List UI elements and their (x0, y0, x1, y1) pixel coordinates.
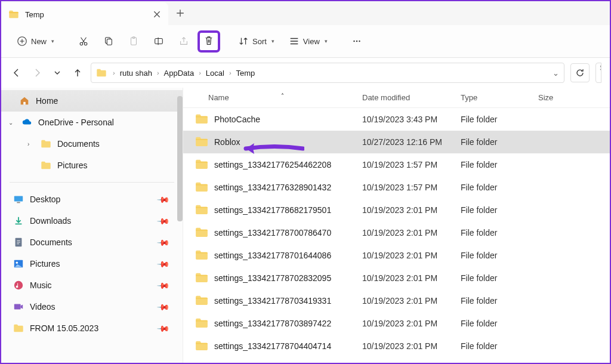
sidebar-item-onedrive[interactable]: ⌄ OneDrive - Personal (1, 112, 183, 133)
file-row[interactable]: settings_13342177870440471410/19/2023 2:… (183, 335, 610, 357)
folder-icon (195, 249, 208, 262)
file-type: File folder (455, 137, 532, 147)
back-button[interactable] (10, 66, 24, 80)
file-name: settings_133421778700786470 (214, 228, 331, 237)
folder-icon (195, 136, 208, 149)
pin-icon: 📌 (156, 300, 170, 313)
video-icon (13, 301, 24, 312)
music-icon (13, 280, 24, 291)
folder-icon (195, 181, 208, 194)
more-button[interactable] (345, 30, 368, 52)
up-button[interactable] (70, 66, 85, 80)
sidebar-item-videos[interactable]: Videos 📌 (1, 296, 183, 317)
breadcrumb-item[interactable]: rutu shah (118, 69, 155, 78)
file-row[interactable]: Roblox10/27/2023 12:16 PMFile folder (183, 131, 610, 153)
cut-button[interactable] (72, 30, 95, 52)
rename-button[interactable] (147, 30, 170, 52)
recent-button[interactable] (50, 66, 64, 80)
paste-button[interactable] (122, 30, 145, 52)
sidebar-item-from[interactable]: FROM 15.05.2023 📌 (1, 317, 183, 339)
tab-title: Temp (25, 10, 147, 19)
chevron-right-icon: › (198, 69, 202, 76)
refresh-button[interactable] (570, 63, 590, 82)
chevron-down-icon: ▾ (51, 38, 54, 44)
pin-icon: 📌 (156, 257, 170, 270)
sort-icon (238, 36, 249, 47)
breadcrumb-item[interactable]: Local (203, 69, 227, 78)
address-bar: › rutu shah › AppData › Local › Temp ⌄ S… (1, 58, 610, 88)
column-header-size[interactable]: Size (532, 93, 580, 102)
breadcrumb-item[interactable]: AppData (162, 69, 197, 78)
share-button[interactable] (172, 30, 195, 52)
file-row[interactable]: settings_13342177870164408610/19/2023 2:… (183, 244, 610, 267)
sidebar-item-label: Documents (30, 237, 72, 247)
svg-rect-7 (155, 39, 163, 44)
file-name: Roblox (214, 137, 240, 147)
file-name: settings_133421776254462208 (214, 160, 331, 169)
folder-icon (41, 160, 51, 171)
file-row[interactable]: settings_13342177870283209510/19/2023 2:… (183, 267, 610, 289)
close-icon[interactable] (153, 10, 161, 18)
sidebar-item-desktop[interactable]: Desktop 📌 (1, 189, 183, 210)
chevron-down-icon[interactable]: ⌄ (553, 69, 559, 78)
file-row[interactable]: settings_13342177632890143210/19/2023 1:… (183, 176, 610, 199)
sidebar-item-documents[interactable]: Documents 📌 (1, 232, 183, 253)
svg-point-2 (84, 42, 87, 45)
svg-point-15 (16, 261, 18, 264)
pin-icon: 📌 (156, 235, 170, 249)
pin-icon: 📌 (156, 214, 170, 227)
file-row[interactable]: settings_13342177870389742210/19/2023 2:… (183, 312, 610, 335)
window-tab[interactable]: Temp (1, 2, 168, 26)
new-tab-button[interactable] (168, 1, 192, 25)
copy-button[interactable] (97, 30, 120, 52)
view-button[interactable]: View ▾ (283, 30, 334, 52)
new-button[interactable]: New ▾ (11, 30, 60, 52)
clipboard-icon (128, 36, 139, 47)
folder-icon (195, 227, 208, 239)
file-row[interactable]: settings_13342177870078647010/19/2023 2:… (183, 221, 610, 244)
file-name: settings_133421778704404714 (214, 341, 331, 351)
file-name: settings_133421778682179501 (214, 205, 331, 215)
column-header-type[interactable]: Type (455, 93, 532, 102)
rename-icon (153, 36, 164, 47)
folder-icon (195, 159, 208, 171)
svg-point-1 (80, 42, 83, 45)
sidebar-item-onedrive-pictures[interactable]: › Pictures (1, 155, 183, 176)
file-row[interactable]: PhotoCache10/19/2023 3:43 PMFile folder (183, 108, 610, 131)
sidebar-item-music[interactable]: Music 📌 (1, 274, 183, 296)
breadcrumbs[interactable]: › rutu shah › AppData › Local › Temp ⌄ (91, 63, 564, 83)
svg-point-9 (356, 41, 357, 42)
file-type: File folder (455, 228, 532, 237)
sidebar-item-pictures[interactable]: Pictures 📌 (1, 253, 183, 274)
breadcrumb-item[interactable]: Temp (234, 69, 258, 78)
sidebar-item-label: Documents (57, 139, 100, 149)
sidebar-item-onedrive-documents[interactable]: › Documents (1, 133, 183, 155)
sidebar-item-downloads[interactable]: Downloads 📌 (1, 210, 183, 232)
file-row[interactable]: settings_13342177625446220810/19/2023 1:… (183, 153, 610, 176)
file-date: 10/19/2023 2:01 PM (356, 319, 455, 328)
arrow-left-icon (12, 68, 21, 78)
sidebar-item-home[interactable]: Home (1, 90, 183, 112)
delete-button-highlighted[interactable] (198, 30, 220, 53)
file-type: File folder (455, 319, 532, 328)
column-header-date[interactable]: Date modified (356, 93, 455, 102)
chevron-down-icon[interactable]: ⌄ (8, 119, 16, 126)
file-name: settings_133421776328901432 (214, 183, 331, 192)
file-row[interactable]: settings_13342177868217950110/19/2023 2:… (183, 199, 610, 221)
file-name: settings_133421778703897422 (214, 319, 331, 328)
folder-icon (195, 204, 208, 217)
scrollbar[interactable] (177, 96, 183, 221)
chevron-right-icon[interactable]: › (27, 141, 35, 147)
arrow-up-icon (73, 68, 82, 78)
file-type: File folder (455, 251, 532, 260)
forward-button[interactable] (30, 66, 44, 80)
column-header-name[interactable]: Name ˄ (183, 93, 356, 102)
file-row[interactable]: settings_13342177870341933110/19/2023 2:… (183, 289, 610, 312)
search-input[interactable]: Se (595, 63, 601, 83)
sort-button[interactable]: Sort ▾ (232, 30, 280, 52)
arrow-right-icon (32, 68, 42, 78)
file-type: File folder (455, 183, 532, 192)
pin-icon: 📌 (156, 278, 170, 292)
plus-icon (176, 9, 184, 17)
file-pane: Name ˄ Date modified Type Size PhotoCach… (183, 88, 610, 363)
